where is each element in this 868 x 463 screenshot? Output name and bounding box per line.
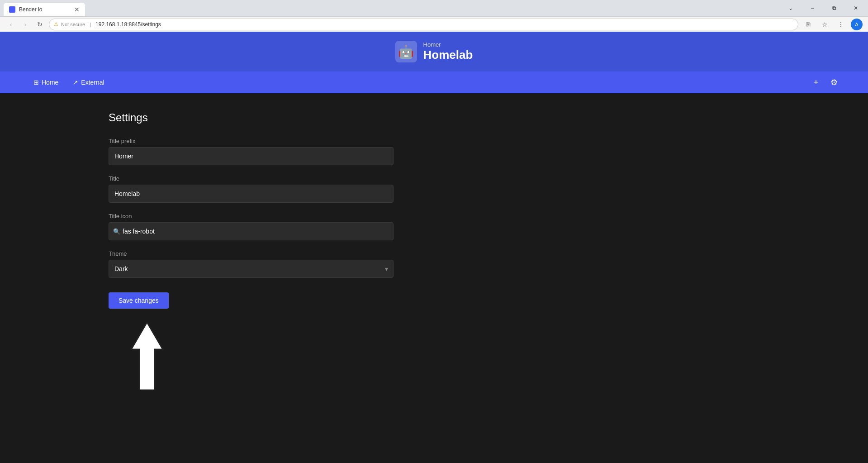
page-title: Settings [109,111,868,124]
tab-bar: Bender lo ✕ ⌄ − ⧉ ✕ [0,0,868,16]
home-icon: ⊞ [33,79,39,86]
svg-marker-0 [131,322,163,390]
tab-favicon [9,6,15,13]
app-title-prefix: Homer [423,41,473,48]
up-arrow-svg [127,322,167,390]
tab-title: Bender lo [19,6,42,13]
nav-items: ⊞ Home ↗ External [27,76,111,89]
window-controls: ⌄ − ⧉ ✕ [780,0,868,16]
title-icon-group: Title icon 🔍 [109,213,394,240]
title-group: Title [109,175,394,203]
back-button[interactable]: ‹ [5,19,16,30]
title-prefix-label: Title prefix [109,138,394,144]
nav-item-home[interactable]: ⊞ Home [27,76,65,89]
menu-button[interactable]: ⋮ [835,18,847,31]
browser-chrome: Bender lo ✕ ⌄ − ⧉ ✕ ‹ › ↻ ⚠ Not secure |… [0,0,868,32]
theme-select[interactable]: Default Dark Light [109,260,394,278]
forward-button[interactable]: › [20,19,31,30]
title-prefix-input[interactable] [109,147,394,165]
security-icon: ⚠ [54,21,58,27]
minimize-button[interactable]: − [802,1,823,15]
app-title-group: Homer Homelab [423,41,473,62]
search-icon: 🔍 [113,228,120,235]
title-icon-input[interactable] [109,222,394,240]
title-input[interactable] [109,185,394,203]
title-icon-label: Title icon [109,213,394,220]
tab-list-button[interactable]: ⌄ [780,1,801,15]
icon-search-wrapper: 🔍 [109,222,394,240]
url-display: 192.168.1.18:8845/settings [95,21,161,28]
main-content: Settings Title prefix Title Title icon 🔍… [0,93,868,463]
active-tab[interactable]: Bender lo ✕ [4,3,85,16]
nav-item-external[interactable]: ↗ External [66,76,110,89]
external-link-icon: ↗ [73,79,78,86]
nav-right: + ⚙ [809,76,841,89]
theme-label: Theme [109,250,394,257]
title-label: Title [109,175,394,182]
settings-form: Title prefix Title Title icon 🔍 Theme De… [109,138,394,390]
theme-select-wrapper: Default Dark Light [109,260,394,278]
app-nav: ⊞ Home ↗ External + ⚙ [0,72,868,93]
url-separator: | [90,22,91,27]
app-logo: 🤖 [395,41,417,62]
address-bar[interactable]: ⚠ Not secure | 192.168.1.18:8845/setting… [49,19,798,30]
nav-home-label: Home [42,79,58,86]
nav-external-label: External [81,79,104,86]
add-button[interactable]: + [809,76,823,89]
reload-button[interactable]: ↻ [34,19,45,30]
profile-avatar[interactable]: A [851,19,863,30]
browser-toolbar: ‹ › ↻ ⚠ Not secure | 192.168.1.18:8845/s… [0,16,868,32]
tab-close-button[interactable]: ✕ [74,6,80,13]
close-button[interactable]: ✕ [845,1,866,15]
app-header: 🤖 Homer Homelab [0,32,868,72]
bookmark-button[interactable]: ☆ [818,18,831,31]
cast-button[interactable]: ⎘ [802,18,815,31]
restore-button[interactable]: ⧉ [824,1,844,15]
title-prefix-group: Title prefix [109,138,394,165]
theme-group: Theme Default Dark Light [109,250,394,278]
arrow-annotation [109,318,394,390]
app-header-inner: 🤖 Homer Homelab [395,41,473,62]
security-text: Not secure [61,22,85,27]
settings-gear-button[interactable]: ⚙ [827,76,841,89]
app-title: Homelab [423,48,473,62]
save-changes-button[interactable]: Save changes [109,292,169,309]
robot-icon: 🤖 [398,44,414,59]
